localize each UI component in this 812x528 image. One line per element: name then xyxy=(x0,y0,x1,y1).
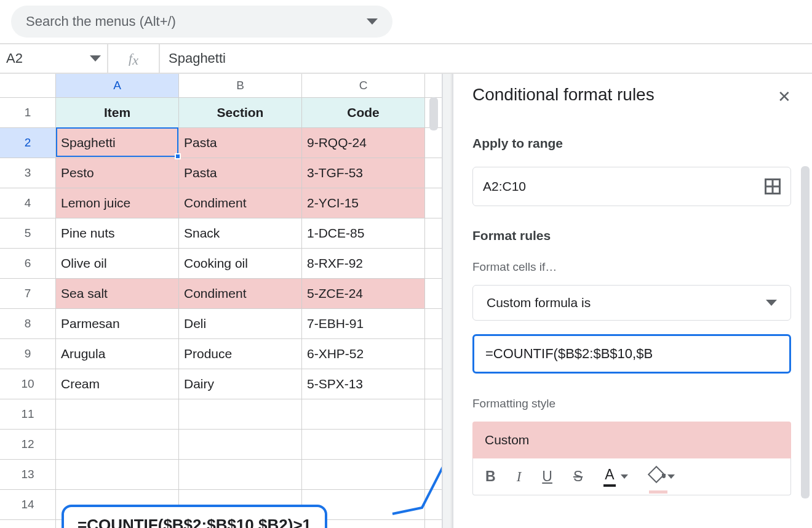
empty-cell[interactable] xyxy=(302,399,425,429)
data-cell[interactable]: 1-DCE-85 xyxy=(302,218,425,248)
data-cell[interactable]: Dairy xyxy=(179,369,302,399)
style-toolbar: B I U S A xyxy=(472,458,791,495)
empty-cell[interactable] xyxy=(302,430,425,459)
data-cell[interactable]: Lemon juice xyxy=(56,188,179,218)
data-cell[interactable]: Condiment xyxy=(179,188,302,218)
data-cell[interactable]: Condiment xyxy=(179,279,302,308)
grid-select-icon[interactable] xyxy=(765,178,781,194)
chevron-down-icon xyxy=(90,55,101,62)
data-cell[interactable]: 7-EBH-91 xyxy=(302,309,425,338)
text-color-a: A xyxy=(603,466,615,487)
format-cells-if-label: Format cells if… xyxy=(472,260,791,274)
column-headers-row: ABC xyxy=(0,74,442,98)
row-header[interactable]: 8 xyxy=(0,309,56,338)
fill-color-button[interactable] xyxy=(649,470,675,484)
formatting-style-label: Formatting style xyxy=(472,397,791,410)
data-cell[interactable]: Spaghetti xyxy=(56,128,179,158)
formula-input[interactable]: Spaghetti xyxy=(160,44,812,73)
data-cell[interactable]: Parmesan xyxy=(56,309,179,338)
empty-cell[interactable] xyxy=(56,430,179,459)
data-cell[interactable]: Pasta xyxy=(179,158,302,188)
row-header[interactable]: 15 xyxy=(0,520,56,528)
column-header[interactable]: B xyxy=(179,74,302,97)
empty-cell[interactable] xyxy=(179,460,302,489)
column-header[interactable]: C xyxy=(302,74,425,97)
vertical-scrollbar-thumb[interactable] xyxy=(429,97,438,130)
empty-cell[interactable] xyxy=(56,460,179,489)
data-cell[interactable]: 5-ZCE-24 xyxy=(302,279,425,308)
custom-formula-input[interactable]: =COUNTIF($B$2:$B$10,$B xyxy=(472,334,791,374)
row-header[interactable]: 7 xyxy=(0,279,56,308)
column-header[interactable]: A xyxy=(56,74,179,97)
data-cell[interactable]: Deli xyxy=(179,309,302,338)
strike-button[interactable]: S xyxy=(573,468,583,485)
menu-search-input[interactable]: Search the menus (Alt+/) xyxy=(11,6,392,38)
format-rules-label: Format rules xyxy=(472,228,791,243)
text-color-button[interactable]: A xyxy=(603,466,627,487)
data-cell[interactable]: Pasta xyxy=(179,128,302,158)
data-cell[interactable]: 6-XHP-52 xyxy=(302,339,425,369)
apply-to-range-label: Apply to range xyxy=(472,136,791,151)
close-icon[interactable]: ✕ xyxy=(778,87,791,106)
chevron-down-icon xyxy=(667,474,675,479)
data-cell[interactable]: Arugula xyxy=(56,339,179,369)
menu-search-bar: Search the menus (Alt+/) xyxy=(0,0,812,43)
data-cell[interactable]: Cream xyxy=(56,369,179,399)
row-header[interactable]: 5 xyxy=(0,218,56,248)
paint-bucket-icon xyxy=(649,470,663,484)
row-header[interactable]: 13 xyxy=(0,460,56,489)
formula-input-value: Spaghetti xyxy=(169,50,226,66)
empty-cell[interactable] xyxy=(179,399,302,429)
range-value: A2:C10 xyxy=(483,179,526,194)
data-cell[interactable]: Sea salt xyxy=(56,279,179,308)
custom-formula-value: =COUNTIF($B$2:$B$10,$B xyxy=(485,346,653,362)
row-header[interactable]: 12 xyxy=(0,430,56,459)
data-cell[interactable]: 8-RXF-92 xyxy=(302,249,425,278)
select-all-corner[interactable] xyxy=(0,74,56,97)
data-cell[interactable]: Produce xyxy=(179,339,302,369)
data-cell[interactable]: 2-YCI-15 xyxy=(302,188,425,218)
data-cell[interactable]: Pesto xyxy=(56,158,179,188)
italic-button[interactable]: I xyxy=(517,469,522,485)
row-header[interactable]: 4 xyxy=(0,188,56,218)
data-cell[interactable]: Cooking oil xyxy=(179,249,302,278)
name-box-value: A2 xyxy=(6,50,23,66)
bold-button[interactable]: B xyxy=(485,468,496,485)
data-cell[interactable]: 9-RQQ-24 xyxy=(302,128,425,158)
header-cell[interactable]: Section xyxy=(179,98,302,127)
empty-cell[interactable] xyxy=(179,430,302,459)
conditional-format-panel: Conditional format rules ✕ Apply to rang… xyxy=(451,74,812,528)
callout-text: =COUNTIF($B$2:$B$10,$B2)>1 xyxy=(78,516,311,528)
data-cell[interactable]: 5-SPX-13 xyxy=(302,369,425,399)
row-header[interactable]: 14 xyxy=(0,490,56,519)
data-cell[interactable]: 3-TGF-53 xyxy=(302,158,425,188)
panel-scrollbar-thumb[interactable] xyxy=(801,166,810,498)
chevron-down-icon xyxy=(621,474,628,479)
condition-select[interactable]: Custom formula is xyxy=(472,285,791,321)
row-header[interactable]: 11 xyxy=(0,399,56,429)
row-header[interactable]: 6 xyxy=(0,249,56,278)
formula-bar: A2 fx Spaghetti xyxy=(0,43,812,74)
row-header[interactable]: 9 xyxy=(0,339,56,369)
row-header[interactable]: 10 xyxy=(0,369,56,399)
data-cell[interactable]: Olive oil xyxy=(56,249,179,278)
panel-title: Conditional format rules xyxy=(472,85,655,105)
name-box[interactable]: A2 xyxy=(0,50,107,66)
row-header[interactable]: 3 xyxy=(0,158,56,188)
row-header[interactable]: 2 xyxy=(0,128,56,158)
data-cell[interactable]: Snack xyxy=(179,218,302,248)
header-cell[interactable]: Code xyxy=(302,98,425,127)
header-cell[interactable]: Item xyxy=(56,98,179,127)
panel-divider xyxy=(442,74,451,528)
underline-button[interactable]: U xyxy=(542,468,552,485)
style-preview-text: Custom xyxy=(485,433,529,447)
data-cell[interactable]: Pine nuts xyxy=(56,218,179,248)
empty-cell[interactable] xyxy=(56,399,179,429)
spreadsheet-grid[interactable]: ABC 1ItemSectionCode2SpaghettiPasta9-RQQ… xyxy=(0,74,442,528)
empty-cell[interactable] xyxy=(302,460,425,489)
style-preview[interactable]: Custom xyxy=(472,422,791,458)
grid-body: 1ItemSectionCode2SpaghettiPasta9-RQQ-243… xyxy=(0,98,442,528)
fill-color-swatch xyxy=(649,490,667,494)
apply-to-range-input[interactable]: A2:C10 xyxy=(472,167,791,206)
row-header[interactable]: 1 xyxy=(0,98,56,127)
